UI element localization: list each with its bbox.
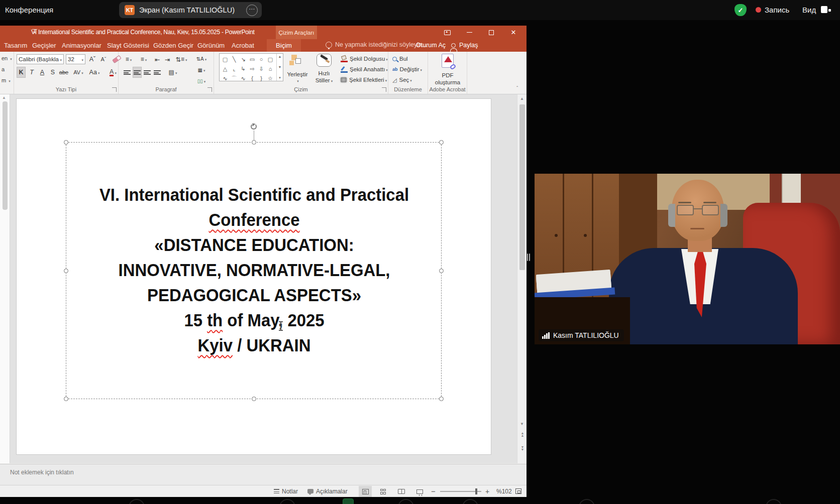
slideshow-button[interactable] <box>413 486 426 497</box>
zoom-percent[interactable]: %102 <box>496 485 512 497</box>
zoom-in-icon[interactable]: + <box>485 485 489 497</box>
shape-arc-icon[interactable]: ⌒ <box>230 74 239 83</box>
font-name-caret-icon[interactable] <box>59 56 62 62</box>
shape-brace-right-icon[interactable]: } <box>257 74 266 83</box>
font-size-caret-icon[interactable] <box>80 56 83 62</box>
numbering-button[interactable]: ≡ <box>137 54 151 65</box>
text-direction-button[interactable]: ⇅A <box>193 53 210 64</box>
control-circle-icon[interactable] <box>279 499 295 504</box>
shape-outline-button[interactable]: Şekil Anahattı <box>341 64 388 74</box>
comments-toggle[interactable]: Açıklamalar <box>307 485 348 497</box>
align-left-icon[interactable] <box>123 67 132 78</box>
italic-button[interactable]: T <box>28 67 36 78</box>
tab-gozden-gecir[interactable]: Gözden Geçir <box>152 39 194 52</box>
shadow-button[interactable]: S <box>49 67 57 78</box>
tab-tasarim[interactable]: Tasarım <box>3 39 28 52</box>
handle-top-left[interactable] <box>64 140 68 145</box>
view-menu-label[interactable]: Вид <box>802 6 816 14</box>
control-circle-icon[interactable] <box>398 499 414 504</box>
align-right-icon[interactable] <box>143 67 152 78</box>
change-case-button[interactable]: Aa <box>87 67 101 78</box>
control-circle-icon[interactable] <box>766 499 782 504</box>
find-button[interactable]: Bul <box>392 54 408 64</box>
shape-oval-icon[interactable]: ○ <box>257 55 266 64</box>
shape-right-arrow-icon[interactable]: ⇨ <box>248 65 257 73</box>
thumbnails-scroll-up-icon[interactable]: ▲ <box>2 95 6 100</box>
notes-toggle[interactable]: Notlar <box>274 485 298 497</box>
ppt-titlebar[interactable]: ▾ VI International Scientific and Practi… <box>0 26 527 39</box>
bold-button[interactable]: K <box>17 67 26 78</box>
tab-acrobat[interactable]: Acrobat <box>231 39 255 52</box>
minimize-button[interactable] <box>460 26 478 39</box>
control-circle-icon[interactable] <box>129 499 145 504</box>
shape-fill-button[interactable]: Şekil Dolgusu <box>341 54 388 64</box>
arrange-caret-icon[interactable] <box>294 76 300 87</box>
font-dialog-launcher-icon[interactable] <box>112 87 117 92</box>
shape-scribble-icon[interactable]: ∿ <box>221 74 230 83</box>
shape-line-icon[interactable]: ╲ <box>230 55 239 64</box>
normal-view-button[interactable] <box>359 486 372 497</box>
handle-top-right[interactable] <box>439 140 444 145</box>
scroll-down-icon[interactable]: ▼ <box>520 422 524 426</box>
sign-in-link[interactable]: Oturum Aç <box>416 42 446 49</box>
columns-button[interactable]: ▤ <box>166 67 180 78</box>
scroll-up-icon[interactable]: ▲ <box>520 96 524 101</box>
security-shield-icon[interactable]: ✓ <box>734 4 747 16</box>
line-spacing-button[interactable]: ⇅≡ <box>174 54 189 65</box>
underline-button[interactable]: A <box>38 67 47 78</box>
increase-indent-icon[interactable]: ⇥ <box>163 54 172 65</box>
shapes-scroll-down-icon[interactable]: ▼ <box>278 65 282 69</box>
increase-font-icon[interactable]: Aˇ <box>87 54 97 65</box>
notes-pane[interactable]: Not eklemek için tıklatın <box>0 464 527 485</box>
textbox-selection[interactable]: VI. International Scientific and Practic… <box>66 142 442 399</box>
select-button[interactable]: ◿Seç <box>392 75 412 85</box>
decrease-font-icon[interactable]: Aˇ <box>98 54 109 65</box>
justify-icon[interactable] <box>153 67 162 78</box>
shape-snip-icon[interactable]: ⌂ <box>266 65 275 73</box>
shapes-gallery[interactable]: ▢╲↘▭○▢ △⌞↳⇨⇩⌂ ∿⌒∿{}☆ ▲▼▾ <box>219 53 283 81</box>
tab-options-icon[interactable]: ⋯ <box>246 5 258 16</box>
control-circle-icon[interactable] <box>462 499 478 504</box>
close-button[interactable]: ✕ <box>504 26 522 39</box>
slide-thumbnails-pane[interactable]: ▲ <box>0 94 10 463</box>
shape-brace-left-icon[interactable]: { <box>248 74 257 83</box>
shape-textbox-icon[interactable]: ▢ <box>221 55 230 64</box>
bullets-button[interactable]: ≡ <box>122 54 136 65</box>
shapes-scroll-up-icon[interactable]: ▲ <box>278 55 282 58</box>
next-slide-icon[interactable]: ▼▼ <box>519 446 526 451</box>
slide-sorter-button[interactable] <box>377 486 390 497</box>
shape-curve-icon[interactable]: ∿ <box>239 74 248 83</box>
tab-slayt-gosterisi[interactable]: Slayt Gösterisi <box>106 39 150 52</box>
drawing-dialog-launcher-icon[interactable] <box>382 87 386 92</box>
view-layout-icon[interactable] <box>821 6 827 13</box>
thumbnails-scrollbar-thumb[interactable] <box>3 101 8 210</box>
scrollbar-thumb[interactable] <box>519 104 525 270</box>
reading-view-button[interactable] <box>395 486 408 497</box>
tab-animasyonlar[interactable]: Animasyonlar <box>61 39 102 52</box>
zoom-out-icon[interactable]: − <box>431 485 436 497</box>
recording-label[interactable]: Запись <box>765 6 789 14</box>
shape-rectangle-icon[interactable]: ▭ <box>248 55 257 64</box>
strikethrough-button[interactable]: abe <box>58 67 70 78</box>
zoom-slider-thumb[interactable] <box>475 488 477 494</box>
handle-bottom-left[interactable] <box>64 397 68 401</box>
screen-share-tab[interactable]: KT Экран (Kasım TATLILIOĞLU) ⋯ <box>119 2 262 18</box>
handle-bottom-right[interactable] <box>439 397 444 401</box>
shape-arrow-icon[interactable]: ↘ <box>239 55 248 64</box>
align-center-icon[interactable] <box>133 67 142 78</box>
video-panel-collapse-handle[interactable] <box>527 254 530 261</box>
handle-bottom-center[interactable] <box>252 397 256 401</box>
rotation-handle-icon[interactable] <box>251 123 257 130</box>
previous-slide-icon[interactable]: ▲▲ <box>519 432 526 437</box>
shape-elbow-icon[interactable]: ⌞ <box>230 65 239 73</box>
slide-title-text[interactable]: VI. International Scientific and Practic… <box>66 182 442 358</box>
tell-me-box[interactable]: Ne yapmak istediğinizi söyleyin... <box>326 41 427 48</box>
decrease-indent-icon[interactable]: ⇤ <box>153 54 162 65</box>
tab-gecisler[interactable]: Geçişler <box>31 39 57 52</box>
control-green-icon[interactable] <box>343 498 354 504</box>
shape-star-icon[interactable]: ☆ <box>266 74 275 83</box>
maximize-button[interactable] <box>482 26 500 39</box>
shapes-more-icon[interactable]: ▾ <box>279 76 281 80</box>
shape-elbow-arrow-icon[interactable]: ↳ <box>239 65 248 73</box>
slide-canvas[interactable]: VI. International Scientific and Practic… <box>17 99 491 454</box>
